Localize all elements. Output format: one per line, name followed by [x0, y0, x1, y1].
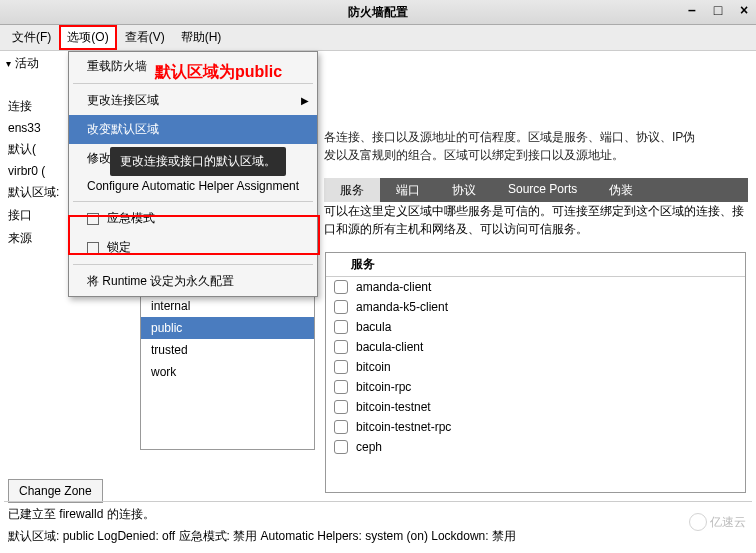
- menu-lockdown[interactable]: 锁定: [69, 233, 317, 262]
- service-row[interactable]: amanda-k5-client: [326, 297, 745, 317]
- menu-panic-mode[interactable]: 应急模式: [69, 204, 317, 233]
- services-column-header: 服务: [326, 253, 745, 277]
- service-row[interactable]: bacula: [326, 317, 745, 337]
- checkbox-icon[interactable]: [334, 280, 348, 294]
- tooltip: 更改连接或接口的默认区域。: [110, 147, 286, 176]
- close-button[interactable]: ×: [737, 3, 751, 17]
- active-bindings-label: 活动: [15, 55, 39, 72]
- sources-header: 来源: [2, 227, 68, 250]
- default-label: 默认(: [2, 138, 68, 161]
- checkbox-icon[interactable]: [334, 340, 348, 354]
- checkbox-icon: [87, 213, 99, 225]
- submenu-arrow-icon: ▶: [301, 95, 309, 106]
- checkbox-icon[interactable]: [334, 440, 348, 454]
- menu-help[interactable]: 帮助(H): [173, 25, 230, 50]
- tab-ports[interactable]: 端口: [380, 178, 436, 202]
- service-row[interactable]: amanda-client: [326, 277, 745, 297]
- service-row[interactable]: bitcoin-testnet-rpc: [326, 417, 745, 437]
- menu-view[interactable]: 查看(V): [117, 25, 173, 50]
- default-zone-label: 默认区域:: [2, 181, 68, 204]
- annotation-text: 默认区域为public: [155, 62, 282, 83]
- menu-runtime-to-permanent[interactable]: 将 Runtime 设定为永久配置: [69, 267, 317, 296]
- status-bar-settings: 默认区域: public LogDenied: off 应急模式: 禁用 Aut…: [4, 524, 752, 549]
- checkbox-icon[interactable]: [334, 360, 348, 374]
- tab-masquerading[interactable]: 伪装: [593, 178, 649, 202]
- caret-down-icon[interactable]: ▾: [6, 58, 11, 69]
- zone-item-internal[interactable]: internal: [141, 295, 314, 317]
- zone-item-work[interactable]: work: [141, 361, 314, 383]
- checkbox-icon[interactable]: [334, 420, 348, 434]
- watermark: 亿速云: [689, 513, 746, 531]
- service-row[interactable]: bacula-client: [326, 337, 745, 357]
- interface-ens33[interactable]: ens33: [2, 118, 68, 138]
- side-panel: ▾活动: [0, 51, 70, 76]
- service-row[interactable]: ceph: [326, 437, 745, 457]
- tab-services[interactable]: 服务: [324, 178, 380, 202]
- logo-icon: [689, 513, 707, 531]
- interface-virbr0[interactable]: virbr0 (: [2, 161, 68, 181]
- config-tabs: 服务 端口 协议 Source Ports 伪装: [324, 178, 748, 202]
- service-row[interactable]: bitcoin-rpc: [326, 377, 745, 397]
- menu-config-helper[interactable]: Configure Automatic Helper Assignment: [69, 173, 317, 199]
- connections-column: 连接 ens33 默认( virbr0 ( 默认区域: 接口 来源: [2, 95, 68, 250]
- checkbox-icon[interactable]: [334, 380, 348, 394]
- tab-source-ports[interactable]: Source Ports: [492, 178, 593, 202]
- minimize-button[interactable]: –: [685, 3, 699, 17]
- change-zone-button[interactable]: Change Zone: [8, 479, 103, 503]
- maximize-button[interactable]: □: [711, 3, 725, 17]
- zone-item-trusted[interactable]: trusted: [141, 339, 314, 361]
- checkbox-icon: [87, 242, 99, 254]
- services-box: 服务 amanda-client amanda-k5-client bacula…: [325, 252, 746, 493]
- title-bar: 防火墙配置 – □ ×: [0, 0, 756, 25]
- service-row[interactable]: bitcoin: [326, 357, 745, 377]
- menu-file[interactable]: 文件(F): [4, 25, 59, 50]
- menu-change-connection-zone[interactable]: 更改连接区域▶: [69, 86, 317, 115]
- zone-item-public[interactable]: public: [141, 317, 314, 339]
- menu-options[interactable]: 选项(O): [59, 25, 116, 50]
- menu-bar: 文件(F) 选项(O) 查看(V) 帮助(H): [0, 25, 756, 51]
- checkbox-icon[interactable]: [334, 300, 348, 314]
- menu-change-default-zone[interactable]: 改变默认区域: [69, 115, 317, 144]
- interfaces-header: 接口: [2, 204, 68, 227]
- tab-protocols[interactable]: 协议: [436, 178, 492, 202]
- service-row[interactable]: bitcoin-testnet: [326, 397, 745, 417]
- tab-help-text: 可以在这里定义区域中哪些服务是可信的。可连接至绑定到这个区域的连接、接口和源的所…: [324, 202, 748, 238]
- checkbox-icon[interactable]: [334, 400, 348, 414]
- zone-description: 各连接、接口以及源地址的可信程度。区域是服务、端口、协议、IP伪 发以及富规则的…: [324, 128, 748, 164]
- checkbox-icon[interactable]: [334, 320, 348, 334]
- window-title: 防火墙配置: [348, 4, 408, 21]
- connections-header: 连接: [2, 95, 68, 118]
